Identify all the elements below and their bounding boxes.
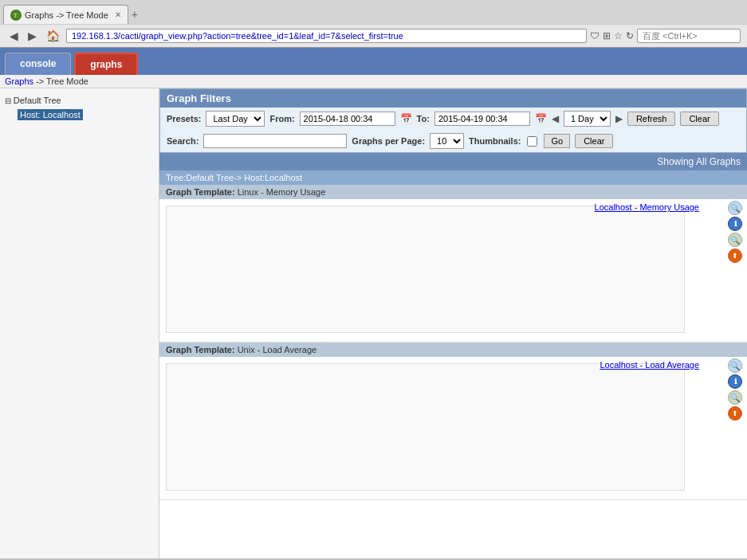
left-arrow-button[interactable]: ◀ <box>552 113 559 124</box>
content-area: Graph Filters Presets: Last Day From: 📅 … <box>159 88 747 558</box>
from-input[interactable] <box>300 112 395 126</box>
up-icon-2[interactable]: ⬆ <box>728 406 742 421</box>
nav-icons: 🛡 ⊞ ☆ ↻ <box>590 30 634 41</box>
graph-title-2: Localhost - Load Average <box>600 360 699 370</box>
info-icon-1[interactable]: ℹ <box>728 217 742 231</box>
address-bar: ◀ ▶ 🏠 🛡 ⊞ ☆ ↻ <box>0 24 747 47</box>
breadcrumb-current: Tree Mode <box>46 76 88 86</box>
zoom2-icon-2[interactable]: 🔍 <box>728 390 742 405</box>
filter-section: Graph Filters Presets: Last Day From: 📅 … <box>159 88 747 153</box>
from-label: From: <box>269 114 294 123</box>
sidebar: Default Tree Host: Localhost <box>0 88 159 558</box>
graph-item-1: Localhost - Memory Usage 🔍 ℹ 🔍 ⬆ <box>159 199 747 343</box>
thumbnails-checkbox[interactable] <box>527 136 537 147</box>
tree-child-label[interactable]: Host: Localhost <box>18 110 83 119</box>
search-label: Search: <box>167 136 199 146</box>
tree-child-item[interactable]: Host: Localhost <box>5 108 154 122</box>
filter-header: Graph Filters <box>160 89 746 108</box>
graphs-per-page-label: Graphs per Page: <box>352 136 425 146</box>
console-tab[interactable]: console <box>5 53 71 75</box>
tab-bar: T Graphs -> Tree Mode ✕ + <box>0 0 747 24</box>
results-header: Showing All Graphs <box>159 153 747 170</box>
right-arrow-button[interactable]: ▶ <box>615 113 623 124</box>
graph-icons-1: 🔍 ℹ 🔍 ⬆ <box>728 199 742 263</box>
graph-image-1 <box>166 206 685 333</box>
to-calendar-icon[interactable]: 📅 <box>535 113 547 124</box>
tree-root-item[interactable]: Default Tree <box>5 93 154 108</box>
interval-select[interactable]: 1 Day <box>564 111 611 127</box>
presets-select[interactable]: Last Day <box>206 111 265 127</box>
graphs-tab[interactable]: graphs <box>74 53 138 75</box>
search-input[interactable] <box>203 134 347 148</box>
breadcrumb-separator: -> <box>33 76 46 86</box>
address-input[interactable] <box>66 29 587 43</box>
filter-row-1: Presets: Last Day From: 📅 To: 📅 ◀ 1 Day … <box>160 108 746 130</box>
graph-image-2 <box>166 363 685 491</box>
filter-row-2: Search: Graphs per Page: 10 Thumbnails: … <box>160 130 746 152</box>
info-icon-2[interactable]: ℹ <box>728 374 742 389</box>
template-header-1: Graph Template: Linux - Memory Usage <box>159 185 747 199</box>
tree-root-label[interactable]: Default Tree <box>5 96 61 105</box>
shield-icon: 🛡 <box>590 30 600 41</box>
presets-label: Presets: <box>167 114 201 123</box>
forward-button[interactable]: ▶ <box>25 28 40 44</box>
nav-tabs: console graphs <box>0 48 747 75</box>
new-tab-button[interactable]: + <box>128 5 141 24</box>
graphs-per-page-select[interactable]: 10 <box>430 133 464 149</box>
breadcrumb-graphs-link[interactable]: Graphs <box>5 76 33 86</box>
thumbnails-label: Thumbnails: <box>469 136 521 146</box>
template-label-2: Graph Template: Unix - Load Average <box>166 345 316 354</box>
to-label: To: <box>417 114 430 123</box>
clear-top-button[interactable]: Clear <box>680 112 718 126</box>
breadcrumb: Graphs -> Tree Mode <box>0 75 747 88</box>
go-button[interactable]: Go <box>544 134 570 148</box>
graph-link-2[interactable]: Localhost - Load Average <box>600 360 699 370</box>
browser-search-input[interactable] <box>637 29 741 43</box>
template-label-1: Graph Template: Linux - Memory Usage <box>166 187 325 197</box>
tab-favicon: T <box>10 10 22 21</box>
template-header-2: Graph Template: Unix - Load Average <box>159 343 747 357</box>
zoom2-icon-1[interactable]: 🔍 <box>728 233 742 247</box>
bookmark-icon: ☆ <box>614 30 623 41</box>
to-input[interactable] <box>434 112 530 126</box>
tab-title: Graphs -> Tree Mode <box>25 10 108 20</box>
app: console graphs Graphs -> Tree Mode Defau… <box>0 48 747 558</box>
tab-close-button[interactable]: ✕ <box>115 10 121 19</box>
active-tab[interactable]: T Graphs -> Tree Mode ✕ <box>3 5 128 24</box>
browser-chrome: T Graphs -> Tree Mode ✕ + ◀ ▶ 🏠 🛡 ⊞ ☆ ↻ <box>0 0 747 48</box>
main-layout: Default Tree Host: Localhost Graph Filte… <box>0 88 747 558</box>
zoom-icon-1[interactable]: 🔍 <box>728 201 742 215</box>
home-button[interactable]: 🏠 <box>43 28 63 44</box>
zoom-icon-2[interactable]: 🔍 <box>728 358 742 373</box>
graph-item-2: Localhost - Load Average 🔍 ℹ 🔍 ⬆ <box>159 357 747 500</box>
grid-icon: ⊞ <box>603 30 611 41</box>
graph-icons-2: 🔍 ℹ 🔍 ⬆ <box>728 357 742 421</box>
tree-host-header: Tree:Default Tree-> Host:Localhost <box>159 170 747 185</box>
svg-text:T: T <box>14 13 18 18</box>
up-icon-1[interactable]: ⬆ <box>728 249 742 263</box>
clear-button[interactable]: Clear <box>575 134 613 148</box>
graph-link-1[interactable]: Localhost - Memory Usage <box>595 202 699 212</box>
graph-title-1: Localhost - Memory Usage <box>595 202 699 212</box>
tree-child-text[interactable]: Host: Localhost <box>18 109 83 120</box>
back-button[interactable]: ◀ <box>6 28 22 44</box>
refresh-icon[interactable]: ↻ <box>626 30 634 41</box>
from-calendar-icon[interactable]: 📅 <box>400 113 412 124</box>
refresh-button[interactable]: Refresh <box>627 112 676 126</box>
